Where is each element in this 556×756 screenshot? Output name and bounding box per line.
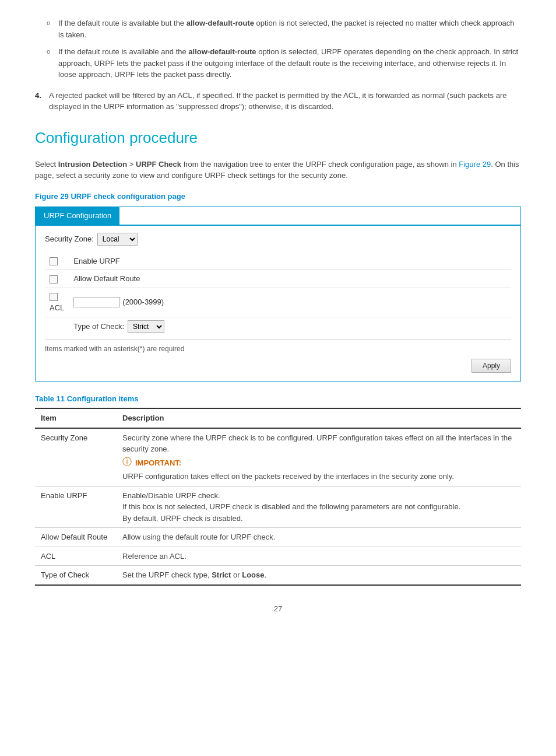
table-11-title: Table 11 Configuration items — [35, 393, 521, 405]
configuration-items-table: Item Description Security Zone Security … — [35, 408, 521, 586]
col-description: Description — [117, 408, 521, 428]
type-of-check-row: Type of Check: Strict Loose — [45, 317, 511, 336]
desc-enable-1: Enable/Disable URPF check. — [122, 490, 515, 502]
enable-urpf-label: Enable URPF — [69, 253, 511, 270]
acl-label: ACL — [50, 303, 64, 312]
row-desc-allow-default: Allow using the default route for URPF c… — [117, 528, 521, 547]
acl-input[interactable] — [73, 297, 120, 307]
page-number: 27 — [35, 603, 521, 615]
important-note: ⓘ IMPORTANT: — [122, 457, 515, 469]
required-note: Items marked with an asterisk(*) are req… — [45, 340, 511, 355]
intro-paragraph: Select Intrusion Detection > URPF Check … — [35, 159, 521, 181]
urpf-content: Security Zone: Local Trust Untrust DMZ E… — [36, 225, 520, 381]
acl-checkbox[interactable] — [50, 293, 58, 301]
desc-text-1: Security zone where the URPF check is to… — [122, 432, 515, 455]
bullet-item-2: If the default route is available and th… — [47, 46, 521, 80]
type-of-check-cell: Type of Check: Strict Loose — [69, 317, 511, 336]
urpf-tab[interactable]: URPF Configuration — [36, 207, 119, 225]
acl-row: ACL (2000-3999) — [45, 288, 511, 317]
item-content: A rejected packet will be filtered by an… — [49, 90, 521, 113]
bullet-item-1: If the default route is available but th… — [47, 18, 521, 40]
important-label: IMPORTANT: — [135, 457, 181, 469]
enable-urpf-checkbox-cell — [45, 253, 69, 270]
row-item-security-zone: Security Zone — [35, 428, 117, 487]
acl-checkbox-cell: ACL — [45, 288, 69, 317]
table-row: Type of Check Set the URPF check type, S… — [35, 566, 521, 585]
item-number: 4. — [35, 90, 49, 113]
important-icon: ⓘ — [122, 457, 132, 467]
desc-text-2: URPF configuration takes effect on the p… — [122, 471, 515, 482]
allow-default-route-checkbox-cell — [45, 270, 69, 288]
apply-row: Apply — [45, 355, 511, 376]
enable-urpf-row: Enable URPF — [45, 253, 511, 270]
row-item-allow-default: Allow Default Route — [35, 528, 117, 547]
desc-enable-3: By default, URPF check is disabled. — [122, 513, 515, 524]
table-row: Enable URPF Enable/Disable URPF check. I… — [35, 486, 521, 528]
desc-enable-2: If this box is not selected, URPF check … — [122, 501, 515, 513]
col-item: Item — [35, 408, 117, 428]
table-row: ACL Reference an ACL. — [35, 547, 521, 566]
type-of-check-label: Type of Check: — [73, 321, 124, 332]
security-zone-select[interactable]: Local Trust Untrust DMZ — [97, 233, 138, 246]
urpf-config-box: URPF Configuration Security Zone: Local … — [35, 206, 521, 382]
urpf-config-table: Enable URPF Allow Default Route ACL — [45, 253, 511, 336]
intro-bold-2: URPF Check — [136, 160, 181, 169]
row-desc-acl: Reference an ACL. — [117, 547, 521, 566]
type-of-check-label-cell — [45, 317, 69, 336]
allow-default-route-checkbox[interactable] — [50, 275, 58, 284]
row-item-acl: ACL — [35, 547, 117, 566]
section-title: Configuration procedure — [35, 127, 521, 149]
acl-input-cell: (2000-3999) — [69, 288, 511, 317]
row-desc-security-zone: Security zone where the URPF check is to… — [117, 428, 521, 487]
acl-range: (2000-3999) — [122, 296, 164, 308]
security-zone-row: Security Zone: Local Trust Untrust DMZ — [45, 233, 511, 246]
allow-default-route-row: Allow Default Route — [45, 270, 511, 288]
table-row: Security Zone Security zone where the UR… — [35, 428, 521, 487]
enable-urpf-checkbox[interactable] — [50, 257, 58, 265]
type-of-check-select[interactable]: Strict Loose — [128, 320, 164, 333]
table-row: Allow Default Route Allow using the defa… — [35, 528, 521, 547]
row-item-enable-urpf: Enable URPF — [35, 486, 117, 528]
security-zone-label: Security Zone: — [45, 233, 94, 245]
table-header-row: Item Description — [35, 408, 521, 428]
intro-bold-1: Intrusion Detection — [58, 160, 127, 169]
row-item-type-of-check: Type of Check — [35, 566, 117, 585]
apply-button[interactable]: Apply — [471, 359, 511, 373]
row-desc-type-of-check: Set the URPF check type, Strict or Loose… — [117, 566, 521, 585]
row-desc-enable-urpf: Enable/Disable URPF check. If this box i… — [117, 486, 521, 528]
figure-title: Figure 29 URPF check configuration page — [35, 191, 521, 202]
bullet-list: If the default route is available but th… — [35, 18, 521, 80]
figure-link[interactable]: Figure 29 — [459, 160, 491, 169]
numbered-item-4: 4. A rejected packet will be filtered by… — [35, 90, 521, 113]
allow-default-route-label: Allow Default Route — [69, 270, 511, 288]
